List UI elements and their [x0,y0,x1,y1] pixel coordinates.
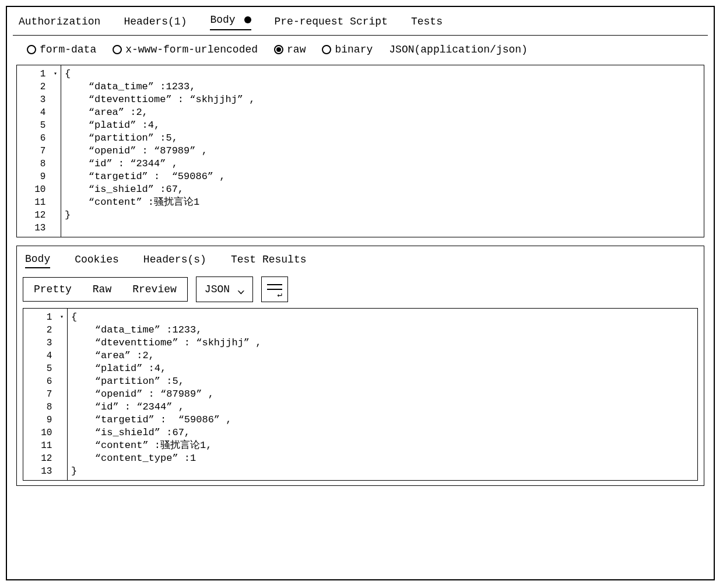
response-section: Body Cookies Headers(s) Test Results Pre… [16,246,704,486]
view-preview-button[interactable]: Rreview [122,278,187,301]
wrap-lines-button[interactable]: ↵ [261,276,288,302]
resp-tab-cookies[interactable]: Cookies [75,254,119,268]
request-editor: 1 ▾2 ▾3 ▾4 ▾5 ▾6 ▾7 ▾8 ▾9 ▾10 ▾11 ▾12 ▾1… [16,65,704,237]
request-code[interactable]: { “data_time” :1233, “dteventtiome” : “s… [61,65,257,237]
view-raw-button[interactable]: Raw [82,278,122,301]
radio-urlencoded[interactable]: x-www-form-urlencoded [113,44,258,55]
response-tabs: Body Cookies Headers(s) Test Results [17,246,704,274]
response-code: { “data_time” :1233, “dteventtiome” : “s… [68,309,264,480]
radio-urlencoded-label: x-www-form-urlencoded [125,44,258,55]
format-dropdown[interactable]: JSON ⌄ [196,276,253,302]
radio-binary-label: binary [335,44,373,55]
tab-prerequest[interactable]: Pre-request Script [275,15,388,29]
radio-formdata-label: form-data [40,44,96,55]
body-type-row: form-data x-www-form-urlencoded raw bina… [10,36,710,62]
resp-tab-headers[interactable]: Headers(s) [143,254,206,268]
response-gutter: 1 ▾2 ▾3 ▾4 ▾5 ▾6 ▾7 ▾8 ▾9 ▾10 ▾11 ▾12 ▾1… [23,309,68,480]
chevron-down-icon: ⌄ [237,283,245,296]
format-label: JSON [205,284,230,295]
radio-formdata[interactable]: form-data [27,44,96,55]
radio-raw-label: raw [287,44,306,55]
resp-tab-test-results[interactable]: Test Results [231,254,307,268]
resp-tab-body[interactable]: Body [25,253,50,268]
wrap-icon: ↵ [267,283,282,296]
radio-selected-icon [274,45,283,54]
radio-icon [113,45,122,54]
radio-icon [322,45,331,54]
request-tabs: Authorization Headers(1) Body Pre-reques… [10,10,710,35]
tab-headers[interactable]: Headers(1) [124,15,187,29]
radio-icon [27,45,36,54]
tab-body-label: Body [210,14,235,26]
request-gutter: 1 ▾2 ▾3 ▾4 ▾5 ▾6 ▾7 ▾8 ▾9 ▾10 ▾11 ▾12 ▾1… [17,65,61,237]
response-editor: 1 ▾2 ▾3 ▾4 ▾5 ▾6 ▾7 ▾8 ▾9 ▾10 ▾11 ▾12 ▾1… [23,308,698,481]
response-view-row: Pretty Raw Rreview JSON ⌄ ↵ [17,274,704,308]
radio-raw[interactable]: raw [274,44,306,55]
view-pretty-button[interactable]: Pretty [23,278,82,301]
tab-tests[interactable]: Tests [411,15,443,29]
radio-binary[interactable]: binary [322,44,373,55]
tab-body[interactable]: Body [210,13,251,30]
tab-authorization[interactable]: Authorization [19,15,100,29]
content-type-select[interactable]: JSON(application/json) [389,44,528,55]
unsaved-dot-icon [244,16,251,23]
view-mode-group: Pretty Raw Rreview [23,277,188,302]
main-panel: Authorization Headers(1) Body Pre-reques… [6,6,715,580]
